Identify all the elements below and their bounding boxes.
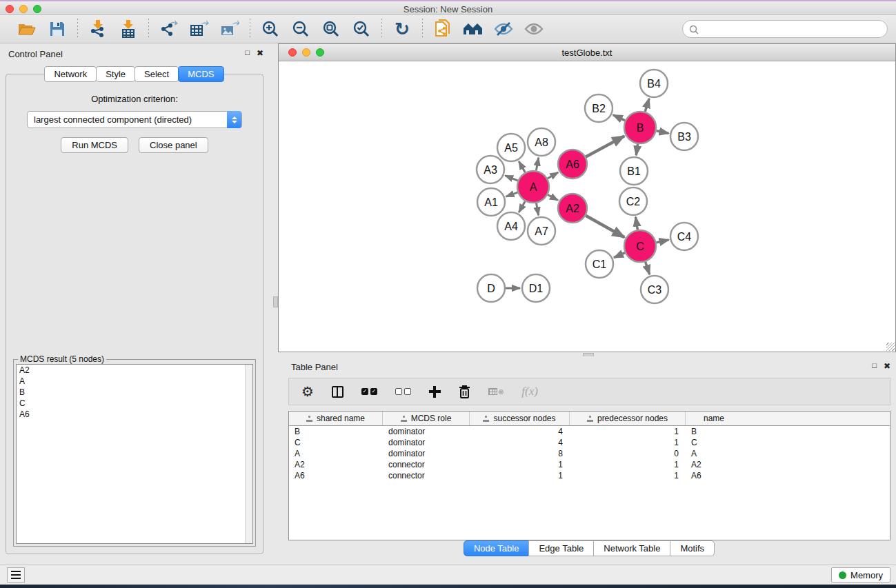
hide-selected-icon[interactable] xyxy=(493,19,514,39)
open-file-icon[interactable] xyxy=(17,19,37,39)
tab-motifs[interactable]: Motifs xyxy=(670,540,715,556)
save-session-icon[interactable] xyxy=(47,19,68,39)
zoom-selected-icon[interactable] xyxy=(351,19,372,39)
node-B[interactable]: B xyxy=(624,112,656,143)
optimization-criterion-select[interactable]: largest connected component (directed) xyxy=(27,111,242,128)
column-header-MCDS-role[interactable]: MCDS role xyxy=(383,412,470,425)
select-all-icon[interactable]: ✓✓ xyxy=(361,383,377,400)
scrollbar-track[interactable] xyxy=(245,365,252,543)
import-network-icon[interactable] xyxy=(88,19,108,39)
edge-A-A8[interactable] xyxy=(536,158,538,171)
column-header-shared-name[interactable]: shared name xyxy=(289,412,383,425)
show-all-icon[interactable] xyxy=(524,19,544,39)
zoom-fit-icon[interactable] xyxy=(321,19,341,39)
trash-icon[interactable] xyxy=(459,383,470,400)
node-D[interactable]: D xyxy=(477,274,505,302)
network-canvas[interactable]: B4B2BB3A5A8A6B1A3AC2A1A2A4A7C4CC1C3DD1 xyxy=(279,62,895,351)
zoom-out-icon[interactable] xyxy=(290,19,311,39)
column-header-predecessor-nodes[interactable]: predecessor nodes xyxy=(570,412,686,425)
search-input[interactable] xyxy=(682,20,888,38)
export-network-icon[interactable] xyxy=(159,19,179,39)
task-history-button[interactable] xyxy=(7,567,25,582)
edge-A-A3[interactable] xyxy=(505,176,517,181)
edge-B-B4[interactable] xyxy=(645,99,649,112)
node-A6[interactable]: A6 xyxy=(558,150,587,179)
tab-select[interactable]: Select xyxy=(135,66,179,82)
first-neighbors-icon[interactable] xyxy=(463,19,484,39)
edge-A-A2[interactable] xyxy=(548,194,558,200)
result-item[interactable]: A xyxy=(17,376,252,387)
edge-A-A1[interactable] xyxy=(506,192,518,196)
tab-network-table[interactable]: Network Table xyxy=(593,540,670,556)
float-panel-icon[interactable]: □ xyxy=(245,48,250,58)
node-C3[interactable]: C3 xyxy=(641,276,668,303)
node-A8[interactable]: A8 xyxy=(528,128,555,156)
node-A5[interactable]: A5 xyxy=(497,134,525,161)
memory-button[interactable]: Memory xyxy=(831,567,890,582)
delete-table-icon[interactable]: ⊗ xyxy=(488,383,504,400)
edge-A-A6[interactable] xyxy=(548,172,558,179)
node-C1[interactable]: C1 xyxy=(586,250,613,278)
edge-A6-B[interactable] xyxy=(586,136,624,156)
result-item[interactable]: B xyxy=(17,387,252,398)
column-header-name[interactable]: name xyxy=(686,412,742,425)
node-A7[interactable]: A7 xyxy=(528,217,555,245)
gear-icon[interactable]: ⚙ xyxy=(301,383,314,400)
node-A3[interactable]: A3 xyxy=(477,156,504,183)
node-A1[interactable]: A1 xyxy=(477,188,505,216)
edge-A-A5[interactable] xyxy=(519,161,525,172)
node-B1[interactable]: B1 xyxy=(620,157,648,185)
clone-network-icon[interactable] xyxy=(432,19,453,39)
table-row[interactable]: A6connector11A6 xyxy=(289,470,890,481)
tab-mcds[interactable]: MCDS xyxy=(178,66,223,82)
columns-icon[interactable] xyxy=(332,383,344,400)
result-item[interactable]: A6 xyxy=(17,409,252,420)
tab-network[interactable]: Network xyxy=(44,66,97,82)
import-table-icon[interactable] xyxy=(118,19,139,39)
tab-style[interactable]: Style xyxy=(96,66,135,82)
table-row[interactable]: Cdominator41C xyxy=(289,437,890,448)
edge-A-A7[interactable] xyxy=(536,203,538,216)
node-C[interactable]: C xyxy=(624,230,656,262)
table-row[interactable]: A2connector11A2 xyxy=(289,459,890,470)
export-image-icon[interactable] xyxy=(219,19,240,39)
add-icon[interactable] xyxy=(429,383,441,400)
tab-edge-table[interactable]: Edge Table xyxy=(528,540,594,556)
edge-B-B1[interactable] xyxy=(636,144,637,155)
run-mcds-button[interactable]: Run MCDS xyxy=(61,137,128,153)
float-table-panel-icon[interactable]: □ xyxy=(872,361,877,371)
function-builder-icon[interactable]: f(x) xyxy=(521,383,538,400)
resize-grip-icon[interactable] xyxy=(886,343,895,351)
node-A[interactable]: A xyxy=(517,171,549,203)
node-B3[interactable]: B3 xyxy=(670,123,698,150)
result-item[interactable]: A2 xyxy=(17,365,252,376)
close-panel-button[interactable]: Close panel xyxy=(139,137,208,153)
zoom-in-icon[interactable] xyxy=(260,19,281,39)
table-row[interactable]: Bdominator41B xyxy=(289,426,890,437)
close-table-panel-icon[interactable]: ✖ xyxy=(884,361,890,371)
edge-C-C1[interactable] xyxy=(614,253,625,258)
edge-A2-C[interactable] xyxy=(586,216,624,238)
edge-C-C3[interactable] xyxy=(646,262,650,274)
refresh-layout-icon[interactable]: ↻ xyxy=(392,19,412,39)
vertical-split-handle[interactable] xyxy=(273,296,278,307)
edge-A-A4[interactable] xyxy=(519,201,525,212)
tab-node-table[interactable]: Node Table xyxy=(464,540,530,556)
close-panel-icon[interactable]: ✖ xyxy=(257,48,263,58)
edge-B-B2[interactable] xyxy=(613,115,625,121)
mcds-result-list[interactable]: A2ABCA6 xyxy=(16,364,253,544)
node-D1[interactable]: D1 xyxy=(522,274,550,302)
edge-C-C4[interactable] xyxy=(656,240,668,243)
table-row[interactable]: Adominator80A xyxy=(289,448,890,459)
node-C2[interactable]: C2 xyxy=(619,187,647,215)
export-table-icon[interactable] xyxy=(189,19,210,39)
column-header-successor-nodes[interactable]: successor nodes xyxy=(470,412,570,425)
node-A4[interactable]: A4 xyxy=(497,212,525,240)
node-A2[interactable]: A2 xyxy=(558,194,587,223)
network-window-titlebar[interactable]: testGlobe.txt xyxy=(279,44,895,61)
node-C4[interactable]: C4 xyxy=(670,223,698,250)
node-B4[interactable]: B4 xyxy=(640,70,668,97)
edge-C-C2[interactable] xyxy=(635,217,637,230)
node-B2[interactable]: B2 xyxy=(585,94,613,122)
deselect-all-icon[interactable] xyxy=(395,383,411,400)
